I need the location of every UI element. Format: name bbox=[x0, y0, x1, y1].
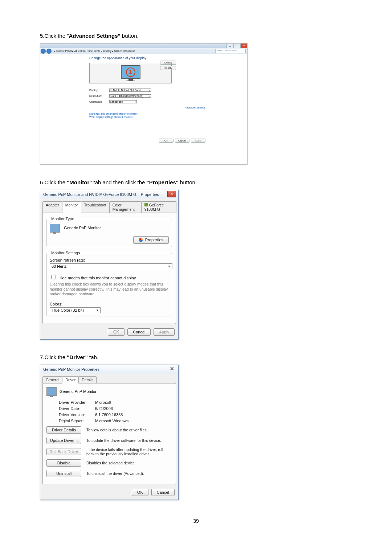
rollback-driver-desc: If the device fails after updating the d… bbox=[86, 447, 172, 456]
hide-modes-checkbox[interactable] bbox=[51, 275, 56, 279]
advanced-settings-link[interactable]: Advanced settings bbox=[89, 106, 211, 109]
minimize-icon[interactable]: _ bbox=[226, 44, 233, 48]
breadcrumb[interactable]: ▸ Control Panel ▸ All Control Panel Item… bbox=[54, 50, 135, 53]
driver-version-value: 6.1.7600.16385 bbox=[95, 413, 123, 417]
tab-color-management[interactable]: Color Management bbox=[109, 201, 142, 213]
update-driver-desc: To update the driver software for this d… bbox=[86, 438, 172, 443]
properties-button[interactable]: Properties bbox=[133, 236, 169, 244]
dialog-title: Generic PnP Monitor and NVIDIA GeForce 9… bbox=[43, 192, 159, 197]
close-icon[interactable]: × bbox=[240, 44, 247, 48]
text-size-link[interactable]: Make text and other items larger or smal… bbox=[89, 112, 211, 115]
monitor-icon bbox=[50, 224, 60, 233]
close-icon[interactable]: ✕ bbox=[168, 366, 176, 372]
refresh-rate-select[interactable]: 60 Hertz▼ bbox=[50, 263, 172, 269]
driver-provider-value: Microsoft bbox=[95, 400, 111, 405]
identify-button[interactable]: Identify bbox=[160, 66, 176, 70]
cancel-button[interactable]: Cancel bbox=[175, 139, 189, 143]
cancel-button[interactable]: Cancel bbox=[127, 328, 151, 336]
tab-gpu[interactable]: GeForce 9100M G bbox=[141, 201, 176, 213]
page-number: 39 bbox=[40, 518, 352, 524]
detect-button[interactable]: Detect bbox=[160, 61, 176, 65]
maximize-icon[interactable]: ▭ bbox=[233, 44, 240, 48]
monitor-properties-dialog: Generic PnP Monitor and NVIDIA GeForce 9… bbox=[40, 190, 179, 340]
driver-provider-label: Driver Provider: bbox=[59, 400, 95, 405]
nav-forward-icon[interactable] bbox=[46, 49, 52, 54]
shield-icon bbox=[139, 238, 143, 242]
monitor-settings-group: Monitor Settings bbox=[50, 251, 81, 255]
resolution-label: Resolution: bbox=[89, 95, 109, 97]
driver-details-button[interactable]: Driver Details bbox=[46, 426, 81, 434]
step-6-text: 6.Click the "Monitor" tab and then click… bbox=[40, 179, 352, 185]
rollback-driver-button[interactable]: Roll Back Driver bbox=[46, 448, 81, 455]
driver-date-value: 6/21/2006 bbox=[95, 406, 113, 411]
tab-general[interactable]: General bbox=[42, 376, 62, 383]
display-select[interactable]: 1. Nvidia Default Flat Panel▾ bbox=[109, 89, 151, 92]
screenshot-display-settings: _ ▭ × ▸ Control Panel ▸ All Control Pane… bbox=[40, 43, 248, 165]
ok-button[interactable]: OK bbox=[132, 489, 148, 496]
update-driver-button[interactable]: Update Driver... bbox=[46, 437, 81, 444]
tab-troubleshoot[interactable]: Troubleshoot bbox=[81, 201, 110, 213]
resolution-select[interactable]: 1920 × 1080 (recommended)▾ bbox=[109, 94, 151, 98]
help-link[interactable]: What display settings should I choose? bbox=[89, 116, 211, 118]
monitor-name: Generic PnP Monitor bbox=[60, 389, 97, 394]
monitor-icon[interactable]: 1 bbox=[121, 65, 140, 79]
driver-details-desc: To view details about the driver files. bbox=[86, 428, 172, 432]
ok-button[interactable]: OK bbox=[108, 328, 124, 336]
monitor-number: 1 bbox=[126, 67, 135, 77]
search-input[interactable]: Search Control Panel bbox=[215, 49, 246, 53]
driver-date-label: Driver Date: bbox=[59, 406, 95, 411]
page-title: Change the appearance of your display bbox=[89, 56, 211, 60]
tab-driver[interactable]: Driver bbox=[62, 376, 79, 383]
nvidia-icon bbox=[144, 203, 148, 206]
orientation-label: Orientation: bbox=[89, 100, 109, 103]
tab-adapter[interactable]: Adapter bbox=[42, 201, 62, 213]
hide-modes-label: Hide modes that this monitor cannot disp… bbox=[58, 276, 136, 280]
uninstall-button[interactable]: Uninstall bbox=[46, 470, 81, 477]
digital-signer-label: Digital Signer: bbox=[59, 419, 95, 423]
tab-monitor[interactable]: Monitor bbox=[62, 201, 81, 213]
monitor-name: Generic PnP Monitor bbox=[64, 226, 101, 230]
ok-button[interactable]: OK bbox=[159, 139, 173, 143]
driver-version-label: Driver Version: bbox=[59, 413, 95, 417]
digital-signer-value: Microsoft Windows bbox=[95, 419, 128, 423]
dialog-title: Generic PnP Monitor Properties bbox=[43, 367, 99, 372]
apply-button[interactable]: Apply bbox=[154, 328, 175, 336]
close-icon[interactable]: × bbox=[167, 191, 176, 197]
nav-back-icon[interactable] bbox=[41, 49, 46, 54]
display-preview: 1 bbox=[89, 63, 172, 83]
monitor-type-group: Monitor Type bbox=[50, 217, 75, 221]
apply-button[interactable]: Apply bbox=[191, 139, 205, 143]
tab-details[interactable]: Details bbox=[78, 376, 97, 383]
disable-button[interactable]: Disable bbox=[46, 459, 81, 467]
step-7-text: 7.Click the "Driver" tab. bbox=[40, 354, 352, 360]
disable-desc: Disables the selected device. bbox=[86, 461, 172, 465]
step-5-text: 5.Click the "Advanced Settings" button. bbox=[40, 33, 352, 39]
monitor-icon bbox=[46, 387, 57, 396]
svg-rect-0 bbox=[144, 203, 148, 206]
refresh-rate-label: Screen refresh rate: bbox=[50, 258, 169, 262]
driver-properties-dialog: Generic PnP Monitor Properties ✕ General… bbox=[40, 365, 179, 500]
colors-label: Colors: bbox=[50, 302, 169, 306]
uninstall-desc: To uninstall the driver (Advanced). bbox=[86, 471, 172, 476]
orientation-select[interactable]: Landscape▾ bbox=[109, 100, 137, 103]
display-label: Display: bbox=[89, 89, 109, 91]
cancel-button[interactable]: Cancel bbox=[151, 489, 175, 496]
colors-select[interactable]: True Color (32 bit)▼ bbox=[50, 307, 101, 313]
hide-modes-help: Clearing this check box allows you to se… bbox=[50, 282, 169, 297]
